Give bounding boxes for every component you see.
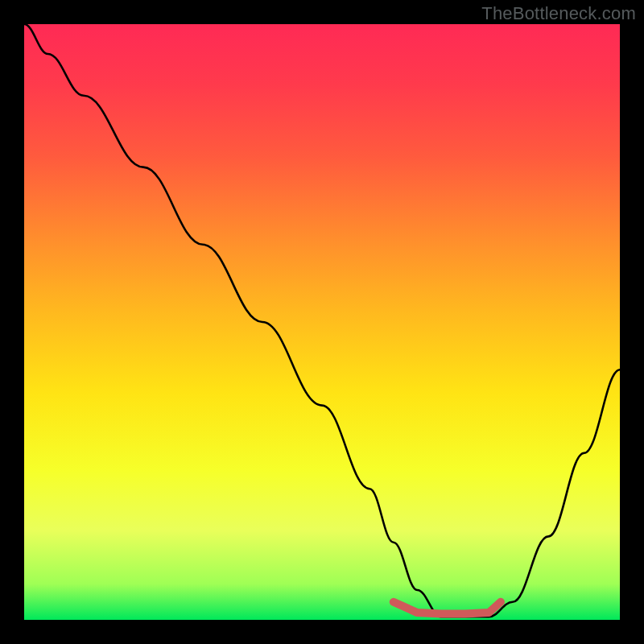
chart-frame: TheBottleneck.com <box>0 0 644 644</box>
plot-area <box>24 24 620 620</box>
bottleneck-curve-path <box>24 24 620 617</box>
watermark-text: TheBottleneck.com <box>481 3 636 24</box>
chart-svg <box>24 24 620 620</box>
optimal-region-path <box>394 602 501 614</box>
